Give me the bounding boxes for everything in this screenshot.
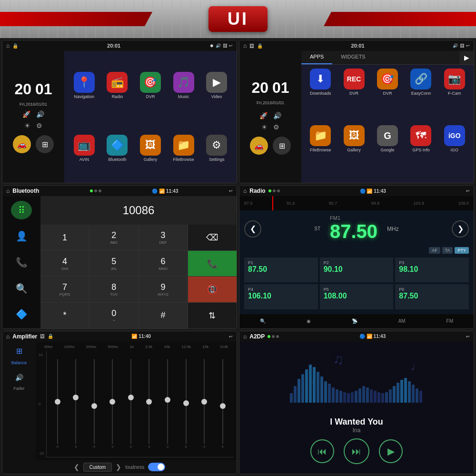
speaker-icon-2[interactable]: 🔊 (273, 112, 281, 119)
app-music[interactable]: 🎵 Music (169, 72, 199, 99)
key-hash[interactable]: # (139, 303, 188, 328)
brightness-icon[interactable]: ☀ (24, 122, 30, 129)
eq-slider-sub[interactable]: 0 (222, 351, 224, 457)
rocket-icon[interactable]: 🚀 (22, 110, 30, 118)
key-1[interactable]: 1 (40, 225, 89, 250)
preset-p3[interactable]: P3 98.10 (395, 258, 469, 282)
loudness-toggle[interactable] (148, 463, 165, 471)
radio-signal-icon[interactable]: 📡 (352, 318, 357, 324)
home-icon-4[interactable]: ⌂ (243, 188, 247, 194)
app-filebrowse[interactable]: 📁 FileBrowse (169, 135, 199, 162)
store-btn[interactable]: ▶ (459, 51, 474, 64)
key-call[interactable]: 📞 (188, 251, 237, 277)
key-end[interactable]: 📵 (188, 277, 237, 302)
eq-slider-2k5[interactable]: 0 (149, 351, 150, 457)
eq-slider-200[interactable]: 0 (93, 351, 95, 457)
key-0[interactable]: 0+ (89, 303, 138, 328)
speaker-icon[interactable]: 🔊 (36, 110, 44, 118)
back-icon-5[interactable]: ↩ (229, 334, 233, 339)
camera-btn-2[interactable]: 🚗 (250, 137, 268, 155)
music-play-btn[interactable]: ▶ (379, 439, 403, 463)
key-7[interactable]: 7PQRS (40, 277, 89, 302)
eq-prev-arrow[interactable]: ❮ (74, 463, 79, 471)
home-icon-3[interactable]: ⌂ (6, 188, 10, 194)
preset-p2[interactable]: P2 90.10 (320, 258, 394, 282)
app-fcam[interactable]: 📷 F-Cam (439, 69, 470, 122)
back-icon-1[interactable]: ↩ (229, 43, 233, 48)
key-6[interactable]: 6MNO (139, 251, 188, 277)
eq-speaker-icon[interactable]: 🔊 (15, 374, 23, 381)
dialpad-icon[interactable]: ⠿ (11, 201, 32, 219)
key-star[interactable]: * (40, 303, 89, 328)
bt-settings-icon[interactable]: 🔷 (11, 305, 32, 324)
contacts-icon[interactable]: 👤 (11, 227, 32, 246)
app-gps[interactable]: 🗺 GPS Info (406, 125, 436, 179)
eq-slider-12k5[interactable]: 0 (185, 351, 187, 457)
eq-slider-10k[interactable]: 0 (167, 351, 169, 457)
key-2[interactable]: 2ABC (89, 225, 138, 250)
app-filebrowse2[interactable]: 📁 FileBrowse (305, 125, 336, 179)
home-icon-5[interactable]: ⌂ (6, 333, 10, 340)
radio-next-btn[interactable]: ❯ (452, 220, 469, 238)
filter-af[interactable]: AF (429, 247, 440, 254)
tab-apps[interactable]: APPS (301, 51, 332, 64)
settings-small-icon-2[interactable]: ⚙ (273, 123, 279, 131)
back-icon-6[interactable]: ↩ (466, 334, 470, 339)
key-5[interactable]: 5JKL (89, 251, 138, 277)
filter-pty[interactable]: PTY (455, 247, 469, 254)
app-gallery2[interactable]: 🖼 Gallery (338, 125, 369, 179)
eq-slider-100[interactable]: 0 (75, 351, 77, 457)
camera-btn[interactable]: 🚗 (13, 135, 31, 153)
home-icon-1[interactable]: ⌂ (6, 42, 10, 49)
eq-slider-60[interactable]: 0 (57, 351, 59, 457)
eq-next-arrow[interactable]: ❯ (116, 463, 121, 471)
back-icon-3[interactable]: ↩ (229, 188, 233, 193)
back-icon-4[interactable]: ↩ (466, 188, 470, 193)
app-gallery[interactable]: 🖼 Gallery (135, 135, 166, 162)
app-downloads[interactable]: ⬇ Downloads (305, 69, 336, 122)
key-8[interactable]: 8TUV (89, 277, 138, 302)
radio-am-btn[interactable]: AM (398, 318, 406, 324)
tab-widgets[interactable]: WIDGETS (332, 51, 374, 64)
app-navigation[interactable]: 📍 Navigation (69, 72, 99, 99)
back-icon-2[interactable]: ↩ (466, 43, 470, 48)
eq-slider-500[interactable]: 0 (111, 351, 113, 457)
home-icon-2[interactable]: ⌂ (243, 42, 247, 49)
music-prev-btn[interactable]: ⏮ (310, 439, 334, 463)
search-bt-icon[interactable]: 🔍 (11, 279, 32, 298)
preset-p4[interactable]: P4 106.10 (244, 284, 318, 309)
apps-btn[interactable]: ⊞ (36, 135, 54, 153)
eq-preset-btn[interactable]: Custom (83, 463, 112, 472)
home-icon-6[interactable]: ⌂ (243, 333, 247, 340)
key-backspace[interactable]: ⌫ (188, 225, 237, 250)
eq-sliders-icon[interactable]: ⊞ (16, 347, 22, 356)
app-settings[interactable]: ⚙ Settings (201, 135, 232, 162)
eq-slider-1k[interactable]: 0 (130, 351, 132, 457)
key-3[interactable]: 3DEF (139, 225, 188, 250)
app-dvr2[interactable]: REC DVR (338, 69, 369, 122)
rocket-icon-2[interactable]: 🚀 (259, 112, 268, 119)
music-pause-btn[interactable]: ⏭ (344, 438, 369, 464)
radio-search-icon[interactable]: 🔍 (260, 318, 266, 324)
app-radio[interactable]: 📻 Radio (102, 72, 133, 99)
settings-small-icon[interactable]: ⚙ (36, 122, 42, 129)
app-dvr[interactable]: 🎯 DVR (135, 72, 166, 99)
preset-p6[interactable]: P6 87.50 (395, 284, 469, 309)
app-bluetooth[interactable]: 🔷 Bluetooth (102, 135, 133, 162)
app-video[interactable]: ▶ Video (201, 72, 232, 99)
radio-fm-btn[interactable]: FM (446, 318, 453, 324)
preset-p5[interactable]: P5 108.00 (320, 284, 394, 309)
app-igo[interactable]: iGO iGO (439, 125, 470, 179)
eq-slider-15k[interactable]: 0 (203, 351, 205, 457)
radio-prev-btn[interactable]: ❮ (244, 220, 261, 238)
app-dvr3[interactable]: 🎯 DVR (372, 69, 403, 122)
apps-btn-2[interactable]: ⊞ (273, 137, 291, 155)
key-4[interactable]: 4GHI (40, 251, 89, 277)
preset-p1[interactable]: P1 87.50 (244, 258, 318, 282)
brightness-icon-2[interactable]: ☀ (261, 123, 268, 131)
key-swap[interactable]: ⇅ (188, 303, 237, 328)
filter-ta[interactable]: TA (442, 247, 453, 254)
app-avin[interactable]: 📺 AVIN (69, 135, 99, 162)
recent-calls-icon[interactable]: 📞 (11, 253, 32, 272)
app-google[interactable]: G Google (372, 125, 403, 179)
